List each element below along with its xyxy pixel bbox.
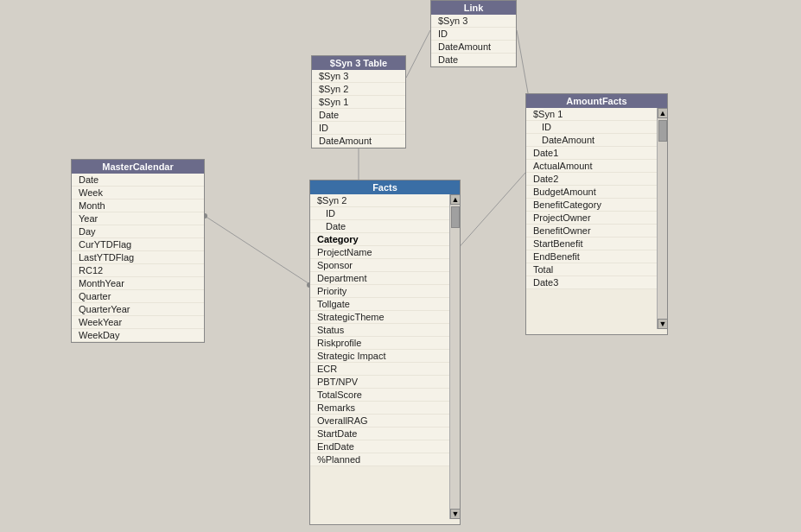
table-row[interactable]: QuarterYear (72, 303, 204, 316)
table-row[interactable]: Status (310, 324, 449, 337)
table-row[interactable]: Date (310, 220, 449, 233)
table-row[interactable]: Sponsor (310, 259, 449, 272)
table-row[interactable]: Riskprofile (310, 337, 449, 350)
svg-line-1 (406, 30, 430, 78)
amountfacts-header: AmountFacts (526, 94, 667, 108)
table-row[interactable]: Date (312, 109, 405, 122)
table-row[interactable]: ProjectOwner (526, 212, 657, 225)
table-row[interactable]: Date1 (526, 147, 657, 160)
syn3table-body: $Syn 3 $Syn 2 $Syn 1 Date ID DateAmount (312, 70, 405, 148)
mastercalendar-header: MasterCalendar (72, 160, 204, 174)
table-row[interactable]: $Syn 2 (312, 83, 405, 96)
amountfacts-table[interactable]: AmountFacts $Syn 1 ID DateAmount Date1 A… (525, 93, 668, 335)
table-row[interactable]: Priority (310, 285, 449, 298)
table-row[interactable]: Month (72, 200, 204, 212)
facts-scrollbar-up[interactable]: ▲ (450, 194, 460, 205)
amountfacts-scrollbar-thumb[interactable] (658, 120, 667, 142)
table-row[interactable]: ID (312, 122, 405, 135)
table-row[interactable]: ActualAmount (526, 160, 657, 173)
table-row[interactable]: Strategic Impact (310, 350, 449, 363)
table-row[interactable]: BenefitOwner (526, 225, 657, 238)
amountfacts-scrollbar-down[interactable]: ▼ (658, 319, 667, 329)
facts-body: $Syn 2 ID Date Category ProjectName Spon… (310, 194, 460, 466)
table-row[interactable]: CurYTDFlag (72, 238, 204, 251)
mastercalendar-body: Date Week Month Year Day CurYTDFlag Last… (72, 174, 204, 342)
table-row[interactable]: EndBenefit (526, 250, 657, 263)
syn3table-table[interactable]: $Syn 3 Table $Syn 3 $Syn 2 $Syn 1 Date I… (311, 55, 406, 149)
amountfacts-body: $Syn 1 ID DateAmount Date1 ActualAmount … (526, 108, 667, 289)
table-row[interactable]: Remarks (310, 402, 449, 415)
table-row[interactable]: TotalScore (310, 389, 449, 402)
table-row[interactable]: WeekDay (72, 329, 204, 342)
table-row[interactable]: Quarter (72, 290, 204, 303)
table-row[interactable]: Day (72, 225, 204, 238)
table-row[interactable]: ID (526, 121, 657, 134)
table-row[interactable]: PBT/NPV (310, 376, 449, 389)
table-row[interactable]: BenefitCategory (526, 199, 657, 212)
table-row[interactable]: $Syn 1 (312, 96, 405, 109)
table-row[interactable]: %Planned (310, 453, 449, 466)
table-row[interactable]: BudgetAmount (526, 186, 657, 199)
table-row[interactable]: LastYTDFlag (72, 251, 204, 264)
link-header: Link (431, 1, 516, 15)
table-row[interactable]: ID (431, 28, 516, 41)
table-row[interactable]: Tollgate (310, 298, 449, 311)
table-row[interactable]: Date (72, 174, 204, 187)
table-row[interactable]: StartDate (310, 428, 449, 440)
table-row[interactable]: $Syn 1 (526, 108, 657, 121)
amountfacts-scrollbar-up[interactable]: ▲ (658, 108, 667, 118)
mastercalendar-table[interactable]: MasterCalendar Date Week Month Year Day … (71, 159, 205, 343)
table-row[interactable]: Department (310, 272, 449, 285)
canvas: MasterCalendar Date Week Month Year Day … (0, 0, 801, 532)
table-row[interactable]: DateAmount (312, 135, 405, 148)
table-row[interactable]: Week (72, 187, 204, 200)
table-row[interactable]: DateAmount (431, 41, 516, 54)
svg-line-4 (456, 173, 525, 250)
table-row[interactable]: Date3 (526, 276, 657, 289)
table-row[interactable]: ID (310, 207, 449, 220)
table-row[interactable]: ECR (310, 363, 449, 376)
table-row[interactable]: OverallRAG (310, 415, 449, 428)
facts-scrollbar[interactable]: ▲ ▼ (449, 194, 460, 519)
syn3table-header: $Syn 3 Table (312, 56, 405, 70)
facts-header: Facts (310, 180, 460, 194)
facts-table[interactable]: Facts $Syn 2 ID Date Category ProjectNam… (309, 180, 461, 525)
table-row[interactable]: Date2 (526, 173, 657, 186)
table-row[interactable]: $Syn 3 (312, 70, 405, 83)
facts-scrollbar-thumb[interactable] (451, 206, 460, 228)
table-row[interactable]: Date (431, 54, 516, 66)
table-row[interactable]: WeekYear (72, 316, 204, 329)
table-row[interactable]: DateAmount (526, 134, 657, 147)
table-row[interactable]: ProjectName (310, 246, 449, 259)
table-row[interactable]: StrategicTheme (310, 311, 449, 324)
link-body: $Syn 3 ID DateAmount Date (431, 15, 516, 66)
table-row[interactable]: MonthYear (72, 277, 204, 290)
table-row[interactable]: Year (72, 212, 204, 225)
table-row[interactable]: $Syn 3 (431, 15, 516, 28)
table-row[interactable]: $Syn 2 (310, 194, 449, 207)
table-row[interactable]: Category (310, 233, 449, 246)
facts-scrollbar-down[interactable]: ▼ (450, 509, 460, 519)
amountfacts-scrollbar[interactable]: ▲ ▼ (657, 108, 667, 329)
table-row[interactable]: StartBenefit (526, 238, 657, 250)
table-row[interactable]: EndDate (310, 440, 449, 453)
svg-line-0 (205, 216, 311, 285)
table-row[interactable]: Total (526, 263, 657, 276)
table-row[interactable]: RC12 (72, 264, 204, 277)
link-table[interactable]: Link $Syn 3 ID DateAmount Date (430, 0, 517, 67)
